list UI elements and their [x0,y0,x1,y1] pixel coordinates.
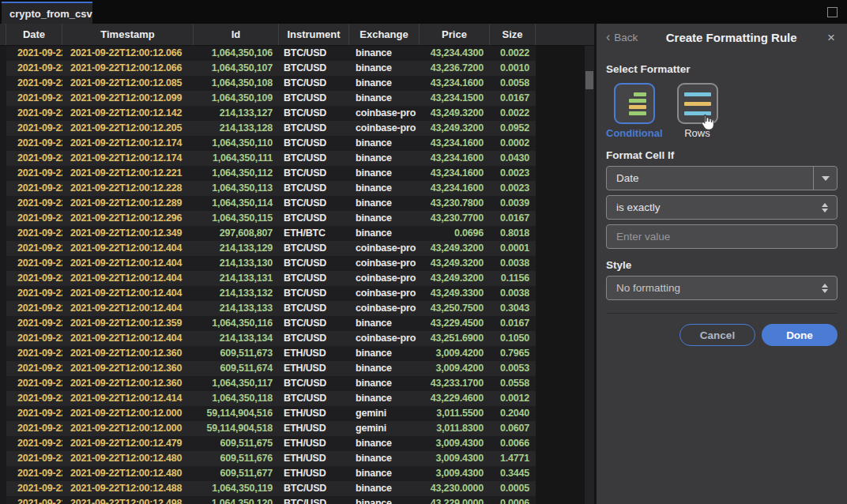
tab-crypto-from-csv[interactable]: crypto_from_csv [2,2,92,24]
value-input[interactable]: Enter value [606,224,838,249]
table-row[interactable]: 2021-09-222021-09-22T12:00:12.3601,064,3… [0,376,536,391]
cell-size: 0.0038 [490,286,536,301]
table-row[interactable]: 2021-09-222021-09-22T12:00:12.480609,511… [0,451,536,466]
style-select[interactable]: No formatting [606,276,838,300]
cell-exchange: binance [349,316,420,331]
cell-instrument: ETH/USD [279,346,349,361]
table-row[interactable]: 2021-09-222021-09-22T12:00:12.349297,608… [0,226,536,241]
operator-select-value: is exactly [607,201,822,213]
cell-exchange: binance [349,46,420,61]
cell-price: 43,249.3200 [420,256,490,271]
row-gutter [0,481,6,496]
cell-price: 43,234.1600 [420,166,490,181]
cancel-button[interactable]: Cancel [679,324,755,346]
title-bar: crypto_from_csv [0,0,847,24]
cell-id: 214,133,128 [194,121,279,136]
table-row[interactable]: 2021-09-222021-09-22T12:00:12.2891,064,3… [0,196,536,211]
table-row[interactable]: 2021-09-222021-09-22T12:00:12.404214,133… [0,256,536,271]
operator-select[interactable]: is exactly [606,195,838,220]
column-header-date[interactable]: Date [6,24,62,45]
cell-instrument: BTC/USD [279,256,349,271]
column-header-exchange[interactable]: Exchange [349,24,420,45]
table-row[interactable]: 2021-09-222021-09-22T12:00:12.3591,064,3… [0,316,536,331]
table-row[interactable]: 2021-09-222021-09-22T12:00:12.205214,133… [0,121,536,136]
cell-exchange: binance [349,136,420,151]
column-header-instrument[interactable]: Instrument [279,24,349,45]
cell-exchange: binance [349,391,420,406]
column-header-id[interactable]: Id [194,24,279,45]
table-row[interactable]: 2021-09-222021-09-22T12:00:12.00059,114,… [0,406,536,421]
cell-date: 2021-09-22 [6,316,62,331]
back-button[interactable]: ‹ Back [606,31,638,43]
done-button[interactable]: Done [762,324,838,346]
row-gutter [0,286,6,301]
cell-exchange: coinbase-pro [349,241,420,256]
cell-id: 214,133,130 [194,256,279,271]
cell-exchange: binance [349,151,420,166]
cell-date: 2021-09-22 [6,226,62,241]
row-gutter [0,316,6,331]
column-select[interactable]: Date [606,166,838,190]
cell-price: 43,229.4600 [420,391,490,406]
column-header-timestamp[interactable]: Timestamp [62,24,194,45]
maximize-icon[interactable] [827,7,838,17]
dropdown-arrow-box[interactable] [813,167,837,190]
table-row[interactable]: 2021-09-222021-09-22T12:00:12.404214,133… [0,286,536,301]
table-row[interactable]: 2021-09-222021-09-22T12:00:12.142214,133… [0,106,536,121]
table-row[interactable]: 2021-09-222021-09-22T12:00:12.0661,064,3… [0,46,536,61]
cell-timestamp: 2021-09-22T12:00:12.404 [62,271,194,286]
table-row[interactable]: 2021-09-222021-09-22T12:00:12.360609,511… [0,346,536,361]
cell-size: 0.0010 [490,61,536,76]
cell-timestamp: 2021-09-22T12:00:12.488 [62,481,194,496]
table-row[interactable]: 2021-09-222021-09-22T12:00:12.2281,064,3… [0,181,536,196]
table-row[interactable]: 2021-09-222021-09-22T12:00:12.0851,064,3… [0,76,536,91]
table-row[interactable]: 2021-09-222021-09-22T12:00:12.2961,064,3… [0,211,536,226]
table-row[interactable]: 2021-09-222021-09-22T12:00:12.479609,511… [0,436,536,451]
table-row[interactable]: 2021-09-222021-09-22T12:00:12.4981,064,3… [0,496,536,504]
cell-exchange: binance [349,211,420,226]
formatter-option-conditional[interactable]: Conditional [606,83,663,139]
cell-timestamp: 2021-09-22T12:00:12.360 [62,346,194,361]
table-row[interactable]: 2021-09-222021-09-22T12:00:12.00059,114,… [0,421,536,436]
table-row[interactable]: 2021-09-222021-09-22T12:00:12.0991,064,3… [0,91,536,106]
cell-exchange: coinbase-pro [349,331,420,346]
table-row[interactable]: 2021-09-222021-09-22T12:00:12.360609,511… [0,361,536,376]
table-row[interactable]: 2021-09-222021-09-22T12:00:12.1741,064,3… [0,151,536,166]
cell-exchange: binance [349,481,420,496]
table-row[interactable]: 2021-09-222021-09-22T12:00:12.404214,133… [0,241,536,256]
table-row[interactable]: 2021-09-222021-09-22T12:00:12.4141,064,3… [0,391,536,406]
row-gutter [0,331,6,346]
scrollbar-thumb[interactable] [585,71,593,89]
row-gutter [0,226,6,241]
column-header-size[interactable]: Size [490,24,536,45]
table-row[interactable]: 2021-09-222021-09-22T12:00:12.404214,133… [0,271,536,286]
cell-instrument: BTC/USD [279,121,349,136]
table-row[interactable]: 2021-09-222021-09-22T12:00:12.1741,064,3… [0,136,536,151]
cell-price: 43,249.3300 [420,286,490,301]
cell-id: 214,133,134 [194,331,279,346]
table-row[interactable]: 2021-09-222021-09-22T12:00:12.4881,064,3… [0,481,536,496]
cell-size: 0.1156 [490,271,536,286]
cell-price: 43,249.3200 [420,106,490,121]
cell-id: 1,064,350,107 [194,61,279,76]
column-header-price[interactable]: Price [420,24,490,45]
cell-timestamp: 2021-09-22T12:00:12.000 [62,406,194,421]
table-row[interactable]: 2021-09-222021-09-22T12:00:12.404214,133… [0,331,536,346]
cell-timestamp: 2021-09-22T12:00:12.066 [62,46,194,61]
table-row[interactable]: 2021-09-222021-09-22T12:00:12.404214,133… [0,301,536,316]
cell-price: 3,011.5500 [420,406,490,421]
cell-id: 1,064,350,109 [194,91,279,106]
close-icon[interactable]: × [825,31,838,44]
table-row[interactable]: 2021-09-222021-09-22T12:00:12.0661,064,3… [0,61,536,76]
cell-timestamp: 2021-09-22T12:00:12.205 [62,121,194,136]
cell-price: 43,249.3200 [420,271,490,286]
vertical-scrollbar[interactable] [585,46,594,504]
cell-exchange: binance [349,346,420,361]
style-select-value: No formatting [607,282,822,294]
cell-exchange: binance [349,226,420,241]
cell-timestamp: 2021-09-22T12:00:12.360 [62,361,194,376]
cell-price: 43,230.0000 [420,481,490,496]
table-row[interactable]: 2021-09-222021-09-22T12:00:12.480609,511… [0,466,536,481]
table-row[interactable]: 2021-09-222021-09-22T12:00:12.2211,064,3… [0,166,536,181]
conditional-formatter-icon[interactable] [614,83,655,124]
